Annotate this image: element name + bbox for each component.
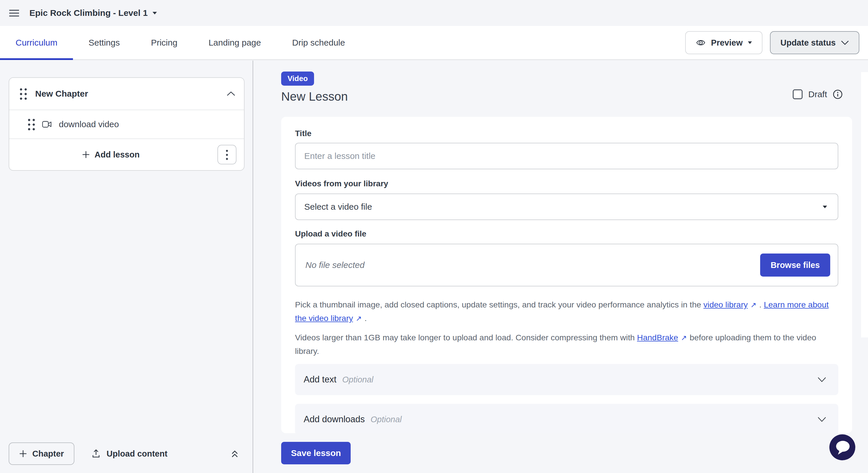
lesson-header: Video New Lesson	[281, 71, 348, 103]
handbrake-link[interactable]: HandBrake↗	[637, 333, 687, 342]
external-link-icon: ↗	[750, 298, 756, 312]
add-downloads-accordion[interactable]: Add downloads Optional	[295, 404, 838, 433]
tab-landing-page[interactable]: Landing page	[193, 26, 277, 59]
caret-down-icon	[748, 41, 752, 44]
video-library-link[interactable]: video library↗	[703, 300, 757, 309]
chapter-card: New Chapter download video Add lesson	[9, 77, 245, 171]
kebab-menu-icon	[226, 149, 228, 160]
drag-handle-icon[interactable]	[19, 87, 28, 100]
update-status-label: Update status	[780, 38, 836, 48]
plus-icon	[19, 450, 27, 458]
chapter-options-button[interactable]	[217, 145, 237, 164]
preview-button[interactable]: Preview	[685, 31, 763, 54]
tab-bar: Curriculum Settings Pricing Landing page…	[0, 26, 868, 60]
save-lesson-button[interactable]: Save lesson	[281, 442, 351, 464]
sidebar-footer: Chapter Upload content	[9, 442, 240, 465]
curriculum-sidebar: New Chapter download video Add lesson Ch…	[0, 61, 253, 473]
browse-files-button[interactable]: Browse files	[760, 254, 830, 277]
lesson-title-input[interactable]	[295, 143, 838, 169]
page-title: New Lesson	[281, 90, 348, 103]
library-field-label: Videos from your library	[295, 179, 838, 188]
chevron-down-icon	[817, 417, 826, 422]
upload-icon	[91, 449, 101, 459]
drag-handle-icon[interactable]	[27, 118, 36, 131]
caret-down-icon	[152, 11, 157, 15]
chapter-header[interactable]: New Chapter	[9, 78, 244, 109]
upload-field-label: Upload a video file	[295, 229, 838, 239]
lesson-type-badge: Video	[281, 71, 314, 86]
no-file-text: No file selected	[305, 260, 365, 270]
lesson-editor: Video New Lesson Draft Title Videos from…	[254, 60, 868, 473]
draft-label: Draft	[808, 89, 827, 99]
chapter-footer: Add lesson	[9, 138, 244, 170]
tab-label: Curriculum	[16, 38, 57, 48]
optional-hint: Optional	[371, 415, 402, 424]
lesson-row[interactable]: download video	[9, 109, 244, 138]
upload-content-label: Upload content	[107, 449, 167, 459]
help-text: Pick a thumbnail image, add closed capti…	[295, 300, 703, 309]
video-library-help-text: Pick a thumbnail image, add closed capti…	[295, 298, 838, 325]
chevron-up-icon[interactable]	[227, 91, 235, 96]
help-text: .	[757, 300, 764, 309]
title-field-label: Title	[295, 129, 838, 138]
lesson-title: download video	[59, 119, 119, 129]
add-chapter-button[interactable]: Chapter	[9, 442, 74, 465]
help-text: .	[362, 314, 367, 323]
external-link-icon: ↗	[355, 312, 362, 325]
compression-help-text: Videos larger than 1GB may take longer t…	[295, 331, 838, 358]
tab-label: Drip schedule	[292, 38, 345, 48]
optional-hint: Optional	[342, 375, 373, 384]
hamburger-menu-icon[interactable]	[9, 10, 19, 17]
chapter-title: New Chapter	[35, 89, 227, 99]
update-status-button[interactable]: Update status	[770, 31, 859, 54]
add-downloads-label: Add downloads	[304, 414, 365, 424]
top-bar: Epic Rock Climbing - Level 1	[0, 0, 868, 26]
file-upload-dropzone[interactable]: No file selected Browse files	[295, 244, 838, 286]
video-library-select-value: Select a video file	[304, 202, 372, 212]
tab-pricing[interactable]: Pricing	[135, 26, 193, 59]
help-text: Videos larger than 1GB may take longer t…	[295, 333, 637, 342]
preview-button-label: Preview	[711, 38, 743, 48]
draft-toggle: Draft	[793, 89, 843, 99]
tab-curriculum[interactable]: Curriculum	[0, 26, 73, 59]
add-text-accordion[interactable]: Add text Optional	[295, 364, 838, 395]
upload-content-button[interactable]: Upload content	[91, 449, 167, 459]
video-camera-icon	[42, 121, 53, 128]
chevron-down-icon	[817, 377, 826, 382]
external-link-icon: ↗	[681, 331, 687, 344]
collapse-all-icon[interactable]	[229, 448, 240, 459]
plus-icon	[82, 151, 90, 159]
tab-label: Pricing	[151, 38, 177, 48]
tab-label: Settings	[89, 38, 120, 48]
chat-widget-button[interactable]	[829, 434, 855, 460]
chevron-down-icon	[841, 40, 849, 45]
add-lesson-button[interactable]: Add lesson	[82, 150, 140, 159]
add-lesson-label: Add lesson	[95, 150, 140, 159]
lesson-form-card: Title Videos from your library Select a …	[281, 117, 852, 433]
add-text-label: Add text	[304, 374, 337, 385]
course-title: Epic Rock Climbing - Level 1	[29, 8, 148, 18]
tab-bar-actions: Preview Update status	[685, 26, 868, 59]
tab-drip-schedule[interactable]: Drip schedule	[277, 26, 361, 59]
info-icon[interactable]	[833, 89, 843, 99]
video-library-select[interactable]: Select a video file	[295, 193, 838, 220]
draft-checkbox[interactable]	[793, 89, 803, 99]
eye-icon	[695, 38, 706, 47]
tab-label: Landing page	[209, 38, 261, 48]
add-chapter-label: Chapter	[32, 449, 64, 459]
caret-down-icon	[823, 206, 827, 209]
scrollbar-thumb[interactable]	[861, 72, 868, 338]
tab-settings[interactable]: Settings	[73, 26, 135, 59]
course-title-dropdown[interactable]: Epic Rock Climbing - Level 1	[29, 8, 157, 18]
